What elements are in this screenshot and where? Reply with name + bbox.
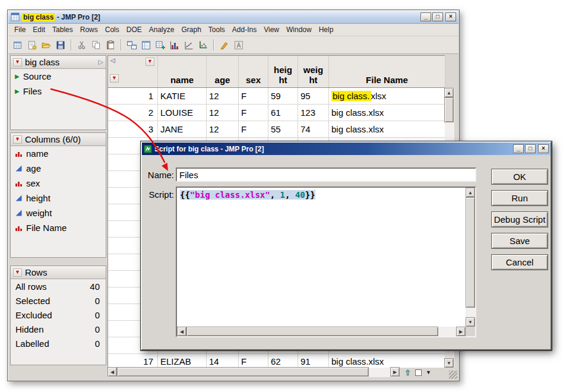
summary-icon[interactable] [140,39,153,52]
script-vertical-scrollbar[interactable]: ▲ ▼ [466,188,475,327]
resize-grip[interactable] [449,371,457,379]
height-cell[interactable]: 62 [268,354,298,368]
file-name-cell[interactable]: big class.xlsx [329,105,445,121]
columns-panel-header[interactable]: ▼ Columns (6/0) [11,133,106,146]
dialog-close-button[interactable]: × [538,144,549,153]
name-cell[interactable]: LOUISE [158,105,207,121]
table-row[interactable]: 1 KATIE 12 F 59 95 big class.xlsx [108,88,445,105]
columns-panel-menu-icon[interactable]: ▼ [13,135,22,144]
scroll-left-button[interactable]: ◀ [177,327,186,336]
script-code[interactable]: {{"big class.xlsx", 1, 40}} [180,190,462,200]
column-item-height[interactable]: height [11,191,106,206]
menu-edit[interactable]: Edit [29,24,49,36]
new-journal-icon[interactable] [26,39,39,52]
graph-builder-icon[interactable] [197,39,210,52]
open-icon[interactable] [40,39,53,52]
debug-script-button[interactable]: Debug Script [491,211,548,227]
table-row[interactable]: 3 JANE 12 F 55 74 big class.xlsx [108,121,445,138]
table-panel-menu-icon[interactable]: ▼ [13,58,22,67]
annotate-icon[interactable] [232,39,245,52]
run-button[interactable]: Run [491,190,548,206]
main-titlebar[interactable]: big class - JMP Pro [2] _ □ × [8,11,458,24]
distribution-icon[interactable] [168,39,181,52]
height-cell[interactable]: 59 [268,88,298,105]
paste-icon[interactable] [104,39,117,52]
scroll-right-button[interactable]: ▶ [390,367,400,377]
scroll-up-button[interactable]: ▲ [444,88,454,97]
sex-cell[interactable]: F [239,105,268,121]
age-cell[interactable]: 12 [207,121,239,138]
cancel-button[interactable]: Cancel [491,254,548,270]
sex-cell[interactable]: F [239,354,268,368]
table-menu-icon[interactable]: ▼ [146,58,154,66]
scroll-down-button[interactable]: ▼ [466,317,475,327]
sidebar-item-source[interactable]: ▶ Source [11,69,106,84]
scroll-left-button[interactable]: ◀ [107,367,117,377]
menu-window[interactable]: Window [283,24,315,36]
age-cell[interactable]: 14 [207,354,239,368]
minimize-button[interactable]: _ [420,12,431,21]
menu-rows[interactable]: Rows [77,24,102,36]
row-number-cell[interactable]: 2 [108,105,158,121]
column-header-height[interactable]: height [268,56,298,87]
scroll-down-button[interactable]: ▼ [444,358,454,368]
script-editor[interactable]: {{"big class.xlsx", 1, 40}} ▲ ▼ ◀ ▶ [176,186,476,337]
cut-icon[interactable] [75,39,88,52]
panel-expand-icon[interactable]: ▷ [99,58,103,66]
column-item-name[interactable]: name [11,146,106,161]
height-cell[interactable]: 55 [268,121,298,138]
scroll-up-button[interactable]: ▲ [466,188,475,197]
scroll-right-button[interactable]: ▶ [456,327,466,336]
rows-menu-icon[interactable]: ▼ [110,74,119,83]
ok-button[interactable]: OK [491,169,548,185]
menu-add-ins[interactable]: Add-Ins [229,24,260,36]
file-name-cell[interactable]: big class.xlsx [329,88,445,105]
save-button[interactable]: Save [491,233,548,249]
status-dropdown-icon[interactable]: ▼ [426,369,431,375]
row-number-cell[interactable]: 3 [108,121,158,138]
column-header-weight[interactable]: weight [298,56,329,87]
dialog-minimize-button[interactable]: _ [513,144,524,153]
script-horizontal-scrollbar[interactable]: ◀ ▶ [177,327,466,336]
dialog-titlebar[interactable]: Script for big class - JMP Pro [2] _ □ × [142,143,551,155]
maximize-button[interactable]: □ [432,12,443,21]
script-hscroll-thumb[interactable] [186,327,438,336]
table-row[interactable]: 2 LOUISE 12 F 61 123 big class.xlsx [108,105,445,121]
column-item-weight[interactable]: weight [11,206,106,220]
column-header-name[interactable]: name [158,56,207,87]
menu-doe[interactable]: DOE [123,24,146,36]
column-header-file-name[interactable]: File Name [329,56,445,87]
horizontal-scrollbar[interactable]: ◀ ▶ [107,368,400,377]
collapse-panels-icon[interactable]: ◁ [110,57,115,64]
copy-icon[interactable] [90,39,103,52]
menu-view[interactable]: View [260,24,283,36]
status-checkbox[interactable] [415,369,422,376]
name-cell[interactable]: JANE [158,121,207,138]
file-name-cell[interactable]: big class.xlsx [329,354,445,368]
height-cell[interactable]: 61 [268,105,298,121]
name-cell[interactable]: KATIE [158,88,207,105]
column-item-file-name[interactable]: File Name [11,220,106,235]
column-item-age[interactable]: age [11,161,106,176]
formula-icon[interactable] [218,39,231,52]
weight-cell[interactable]: 91 [298,354,329,368]
script-vscroll-thumb[interactable] [466,197,475,308]
menu-tables[interactable]: Tables [49,24,77,36]
age-cell[interactable]: 12 [207,105,239,121]
partial-table-row[interactable]: 17 ELIZAB 14 F 62 91 big class.xlsx [107,354,445,368]
close-button[interactable]: × [445,12,456,21]
add-rows-icon[interactable] [154,39,167,52]
weight-cell[interactable]: 95 [298,88,329,105]
menu-file[interactable]: File [11,24,29,36]
menu-analyze[interactable]: Analyze [146,24,178,36]
save-icon[interactable] [54,39,67,52]
menu-graph[interactable]: Graph [178,24,204,36]
menu-cols[interactable]: Cols [102,24,123,36]
weight-cell[interactable]: 123 [298,105,329,121]
fit-y-by-x-icon[interactable] [182,39,195,52]
dialog-maximize-button[interactable]: □ [525,144,536,153]
script-name-input[interactable] [176,167,476,182]
sex-cell[interactable]: F [239,88,268,105]
weight-cell[interactable]: 74 [298,121,329,138]
column-item-sex[interactable]: sex [11,176,106,191]
